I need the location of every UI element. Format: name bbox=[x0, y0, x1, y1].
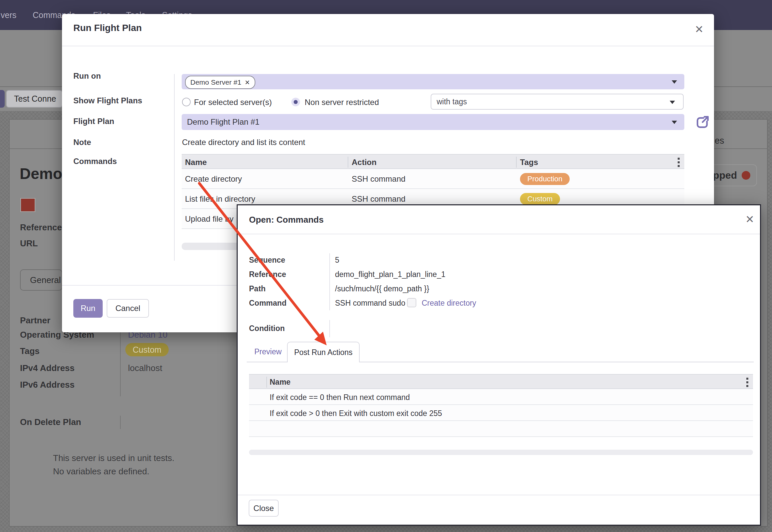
path-label: Path bbox=[249, 284, 266, 293]
radio-non-server-restricted-label: Non server restricted bbox=[305, 98, 379, 107]
column-header-name[interactable]: Name bbox=[270, 378, 291, 387]
chevron-down-icon[interactable] bbox=[672, 80, 677, 84]
cell-action: SSH command bbox=[352, 174, 405, 184]
column-divider bbox=[266, 377, 267, 388]
command-record-link[interactable]: Create directory bbox=[422, 299, 476, 308]
tag-custom-pill: Custom bbox=[520, 193, 560, 205]
modal-footer-divider bbox=[238, 495, 760, 495]
url-label: URL bbox=[20, 238, 38, 249]
color-swatch[interactable] bbox=[20, 198, 35, 212]
run-modal-title: Run Flight Plan bbox=[73, 23, 142, 33]
with-tags-select[interactable]: with tags bbox=[431, 94, 684, 110]
cancel-button[interactable]: Cancel bbox=[107, 299, 149, 318]
cell-name: Upload file by bbox=[185, 214, 233, 224]
column-divider bbox=[516, 157, 517, 168]
primary-button-fragment[interactable] bbox=[0, 90, 5, 108]
server-chip-label: Demo Server #1 bbox=[190, 78, 241, 86]
nav-item-servers-fragment[interactable]: vers bbox=[1, 0, 16, 30]
command-label: Command bbox=[249, 299, 286, 308]
chip-remove-icon[interactable]: ✕ bbox=[245, 79, 250, 86]
reference-label: Reference bbox=[249, 270, 286, 279]
run-on-label: Run on bbox=[73, 71, 101, 81]
radio-non-server-restricted[interactable] bbox=[291, 98, 300, 106]
modal-header-divider bbox=[238, 234, 760, 234]
table-scrollbar[interactable] bbox=[249, 450, 753, 455]
ipv6-label: IPv6 Address bbox=[20, 380, 75, 390]
post-run-table-row[interactable]: If exit code == 0 then Run next command bbox=[249, 389, 753, 405]
flight-plan-select[interactable]: Demo Flight Plan #1 bbox=[182, 114, 684, 130]
field-separator bbox=[120, 416, 121, 429]
with-tags-value: with tags bbox=[437, 97, 467, 106]
note-label: Note bbox=[73, 138, 91, 147]
modal-header-divider bbox=[62, 46, 714, 46]
label-field-separator bbox=[329, 320, 330, 337]
ipv4-value: localhost bbox=[128, 363, 162, 373]
unit-test-note-line1: This server is used in unit tests. bbox=[53, 453, 174, 463]
command-value: SSH command sudo bbox=[335, 299, 405, 308]
cell-name: If exit code > 0 then Exit with custom e… bbox=[270, 409, 442, 418]
reference-label: Reference bbox=[20, 222, 62, 233]
server-title: Demo bbox=[20, 165, 64, 185]
cell-name: List files in directory bbox=[185, 194, 255, 204]
open-modal-title: Open: Commands bbox=[249, 215, 324, 225]
tab-general[interactable]: General bbox=[20, 269, 62, 291]
radio-for-selected-servers-label: For selected server(s) bbox=[194, 98, 272, 107]
cell-name: Create directory bbox=[185, 174, 242, 184]
smart-button-fragment[interactable]: es bbox=[715, 136, 724, 146]
cell-action: SSH command bbox=[352, 194, 405, 204]
commands-table-header: Name Action Tags bbox=[182, 154, 684, 169]
commands-label: Commands bbox=[73, 157, 117, 166]
partner-label: Partner bbox=[20, 315, 50, 326]
tags-label: Tags bbox=[20, 346, 40, 356]
column-options-kebab-icon[interactable] bbox=[746, 378, 748, 387]
label-field-separator bbox=[174, 74, 175, 261]
on-delete-plan-label: On Delete Plan bbox=[20, 417, 81, 427]
tab-post-run-actions[interactable]: Post Run Actions bbox=[287, 342, 360, 362]
sudo-checkbox[interactable] bbox=[407, 298, 416, 307]
chevron-down-icon[interactable] bbox=[672, 121, 677, 124]
reference-value: demo_flight_plan_1_plan_line_1 bbox=[335, 270, 445, 279]
sequence-label: Sequence bbox=[249, 256, 285, 265]
commands-table-row[interactable]: Create directory SSH command Production bbox=[182, 169, 684, 189]
show-flight-plans-label: Show Flight Plans bbox=[73, 96, 142, 105]
cell-name: If exit code == 0 then Run next command bbox=[270, 393, 410, 402]
post-run-table-row[interactable]: If exit code > 0 then Exit with custom e… bbox=[249, 405, 753, 421]
close-button[interactable]: Close bbox=[249, 500, 279, 517]
column-header-action[interactable]: Action bbox=[352, 158, 377, 167]
condition-label: Condition bbox=[249, 324, 285, 333]
sequence-value: 5 bbox=[335, 256, 339, 265]
open-modal-close-icon[interactable]: ✕ bbox=[745, 214, 754, 225]
flight-plan-label: Flight Plan bbox=[73, 117, 114, 126]
column-header-tags[interactable]: Tags bbox=[520, 158, 538, 167]
tag-production-pill: Production bbox=[520, 173, 570, 185]
test-connection-button[interactable]: Test Conne bbox=[6, 90, 63, 108]
chevron-down-icon[interactable] bbox=[670, 101, 675, 104]
tag-custom-pill[interactable]: Custom bbox=[125, 343, 169, 356]
app-root: vers Commands Files Tools Settings Test … bbox=[0, 0, 772, 532]
column-header-name[interactable]: Name bbox=[185, 158, 207, 167]
radio-dot-icon bbox=[294, 100, 298, 104]
column-options-kebab-icon[interactable] bbox=[678, 158, 680, 167]
ipv4-label: IPv4 Address bbox=[20, 363, 75, 373]
external-link-icon[interactable] bbox=[694, 114, 711, 131]
note-value: Create directory and list its content bbox=[182, 138, 305, 147]
unit-test-note-line2: No variables are defined. bbox=[53, 466, 149, 477]
post-run-table-row-empty bbox=[249, 421, 753, 437]
tab-preview[interactable]: Preview bbox=[254, 347, 282, 356]
path-value: /such/much/{{ demo_path }} bbox=[335, 284, 429, 293]
flight-plan-value: Demo Flight Plan #1 bbox=[187, 117, 259, 127]
run-on-multiselect[interactable]: Demo Server #1 ✕ bbox=[182, 74, 684, 89]
server-chip[interactable]: Demo Server #1 ✕ bbox=[185, 76, 255, 89]
run-button[interactable]: Run bbox=[73, 299, 103, 318]
open-commands-modal: Open: Commands ✕ Sequence 5 Reference de… bbox=[237, 204, 761, 526]
status-label-fragment: pped bbox=[713, 170, 737, 181]
status-stopped-dot-icon bbox=[742, 171, 750, 180]
column-divider bbox=[348, 157, 348, 168]
run-modal-close-icon[interactable]: ✕ bbox=[695, 24, 704, 35]
label-field-separator bbox=[329, 253, 330, 310]
post-run-table-header: Name bbox=[249, 374, 753, 389]
radio-for-selected-servers[interactable] bbox=[182, 98, 191, 106]
